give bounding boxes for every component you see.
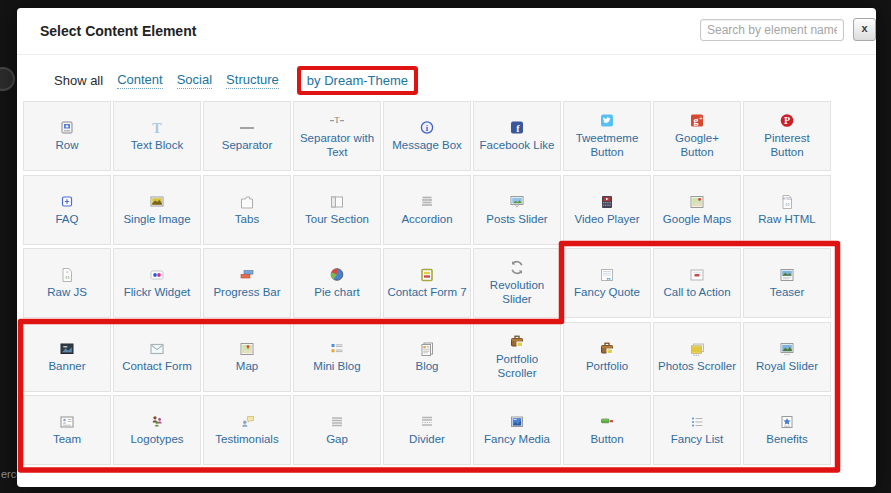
element-cell-benefits[interactable]: Benefits	[743, 395, 831, 465]
element-cell-tabs[interactable]: Tabs	[203, 175, 291, 245]
element-cell-revolution-slider[interactable]: Revolution Slider	[473, 248, 561, 318]
element-cell-message-box[interactable]: iMessage Box	[383, 101, 471, 171]
faq-icon	[57, 193, 77, 211]
element-label: Posts Slider	[483, 213, 550, 227]
element-cell-raw-html[interactable]: HTML‹›Raw HTML	[743, 175, 831, 245]
element-cell-testimonials[interactable]: Testimonials	[203, 395, 291, 465]
element-cell-banner[interactable]: Banner	[23, 322, 111, 392]
element-cell-blog[interactable]: Blog	[383, 322, 471, 392]
google-maps-icon	[687, 193, 707, 211]
element-label: Tweetmeme Button	[564, 132, 650, 160]
close-button[interactable]: x	[853, 18, 876, 41]
element-cell-fancy-quote[interactable]: „Fancy Quote	[563, 248, 651, 318]
element-cell-video-player[interactable]: Video Player	[563, 175, 651, 245]
tabs-icon	[237, 193, 257, 211]
element-cell-progress-bar[interactable]: Progress Bar	[203, 248, 291, 318]
element-cell-portfolio-scroller[interactable]: Portfolio Scroller	[473, 322, 561, 392]
element-cell-fancy-list[interactable]: Fancy List	[653, 395, 741, 465]
element-cell-divider[interactable]: Divider	[383, 395, 471, 465]
element-cell-text-block[interactable]: TText Block	[113, 101, 201, 171]
single-image-icon	[147, 193, 167, 211]
element-cell-separator-with-text[interactable]: TSeparator with Text	[293, 101, 381, 171]
message-box-icon: i	[417, 119, 437, 137]
element-label: Accordion	[398, 213, 455, 227]
select-content-element-modal: Select Content Element x Show allContent…	[17, 8, 876, 487]
tab-structure[interactable]: Structure	[226, 72, 279, 89]
element-cell-facebook-like[interactable]: fFacebook Like	[473, 101, 561, 171]
element-cell-button[interactable]: Button	[563, 395, 651, 465]
element-label: Blog	[412, 360, 441, 374]
element-cell-accordion[interactable]: Accordion	[383, 175, 471, 245]
portfolio-icon	[597, 340, 617, 358]
element-cell-gap[interactable]: Gap	[293, 395, 381, 465]
element-label: Banner	[45, 360, 88, 374]
element-cell-portfolio[interactable]: Portfolio	[563, 322, 651, 392]
element-label: Button	[587, 433, 626, 447]
fancy-media-icon	[507, 413, 527, 431]
element-cell-contact-form[interactable]: Contact Form	[113, 322, 201, 392]
element-cell-map[interactable]: Map	[203, 322, 291, 392]
element-label: Logotypes	[127, 433, 186, 447]
elements-grid: RowTText BlockSeparatorTSeparator with T…	[23, 101, 831, 465]
tab-social[interactable]: Social	[177, 72, 212, 89]
element-label: Progress Bar	[210, 286, 283, 300]
separator-with-text-icon: T	[327, 112, 347, 130]
raw-js-icon: a‹›	[57, 266, 77, 284]
element-label: Tabs	[232, 213, 262, 227]
element-cell-pinterest-button[interactable]: PPinterest Button	[743, 101, 831, 171]
element-label: Gap	[323, 433, 351, 447]
element-label: Teaser	[767, 286, 808, 300]
element-cell-fancy-media[interactable]: Fancy Media	[473, 395, 561, 465]
modal-title: Select Content Element	[40, 23, 196, 39]
element-cell-google-button[interactable]: g+Google+ Button	[653, 101, 741, 171]
element-cell-tour-section[interactable]: Tour Section	[293, 175, 381, 245]
element-cell-separator[interactable]: Separator	[203, 101, 291, 171]
element-label: Pinterest Button	[744, 132, 830, 160]
element-cell-logotypes[interactable]: Logotypes	[113, 395, 201, 465]
element-cell-posts-slider[interactable]: Posts Slider	[473, 175, 561, 245]
element-cell-mini-blog[interactable]: Mini Blog	[293, 322, 381, 392]
photos-scroller-icon	[687, 340, 707, 358]
tab-content[interactable]: Content	[117, 72, 163, 89]
logotypes-icon	[147, 413, 167, 431]
element-label: Separator	[219, 139, 276, 153]
element-cell-team[interactable]: Team	[23, 395, 111, 465]
element-cell-single-image[interactable]: Single Image	[113, 175, 201, 245]
tab-show-all[interactable]: Show all	[54, 73, 103, 89]
element-cell-flickr-widget[interactable]: Flickr Widget	[113, 248, 201, 318]
accordion-icon	[417, 193, 437, 211]
row-icon	[57, 119, 77, 137]
filter-tabs: Show allContentSocialStructureby Dream-T…	[54, 70, 428, 96]
element-cell-royal-slider[interactable]: Royal Slider	[743, 322, 831, 392]
element-label: Contact Form	[119, 360, 195, 374]
element-label: Raw JS	[44, 286, 90, 300]
element-label: Text Block	[128, 139, 186, 153]
tab-by-dream-theme[interactable]: by Dream-Theme	[301, 70, 414, 91]
element-cell-row[interactable]: Row	[23, 101, 111, 171]
element-cell-call-to-action[interactable]: Call to Action	[653, 248, 741, 318]
element-cell-contact-form-7[interactable]: Contact Form 7	[383, 248, 471, 318]
teaser-icon	[777, 266, 797, 284]
revolution-slider-icon	[507, 259, 527, 277]
banner-icon	[57, 340, 77, 358]
element-cell-tweetmeme-button[interactable]: Tweetmeme Button	[563, 101, 651, 171]
map-icon	[237, 340, 257, 358]
posts-slider-icon	[507, 193, 527, 211]
divider-icon	[417, 413, 437, 431]
svg-text:T: T	[152, 121, 162, 136]
search-input[interactable]	[700, 19, 844, 41]
element-cell-pie-chart[interactable]: Pie chart	[293, 248, 381, 318]
element-label: Fancy Quote	[571, 286, 643, 300]
element-label: Video Player	[572, 213, 643, 227]
progress-bar-icon	[237, 266, 257, 284]
element-cell-photos-scroller[interactable]: Photos Scroller	[653, 322, 741, 392]
element-cell-raw-js[interactable]: a‹›Raw JS	[23, 248, 111, 318]
svg-text:‹›: ‹›	[785, 200, 789, 207]
element-label: Contact Form 7	[384, 286, 469, 300]
element-cell-faq[interactable]: FAQ	[23, 175, 111, 245]
envelope-icon	[147, 340, 167, 358]
element-cell-teaser[interactable]: Teaser	[743, 248, 831, 318]
element-cell-google-maps[interactable]: Google Maps	[653, 175, 741, 245]
element-label: Pie chart	[311, 286, 362, 300]
element-label: Royal Slider	[753, 360, 821, 374]
